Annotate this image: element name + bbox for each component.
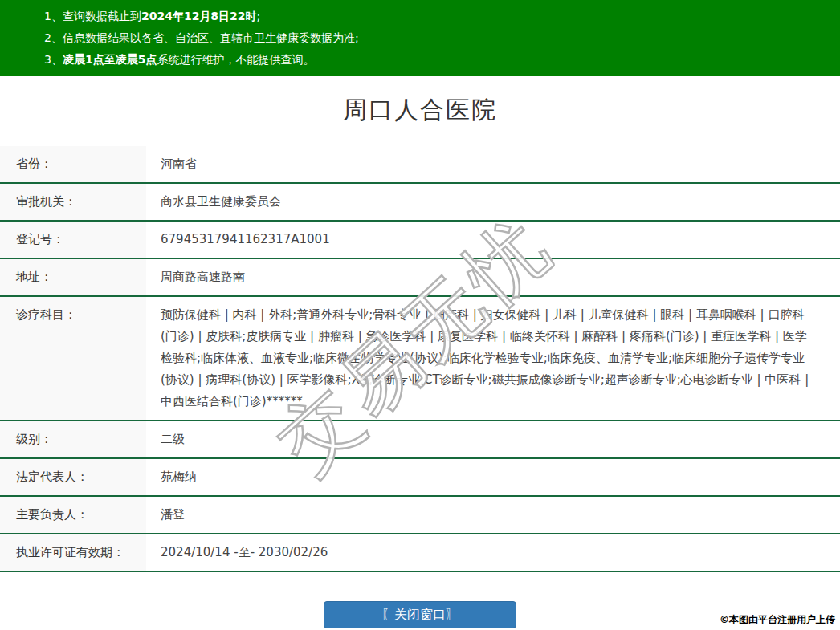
notice-text: 系统进行维护，不能提供查询。 [157,53,314,66]
notice-text: 查询数据截止到 [63,10,141,22]
notice-text: ; [257,10,261,22]
credit-note: ©本图由平台注册用户上传 [720,613,835,627]
field-value: 预防保健科 | 内科 | 外科;普通外科专业;骨科专业 | 妇产科 | 妇女保健… [146,297,840,420]
notice-banner: 1、查询数据截止到2024年12月8日22时;2、信息数据结果以各省、自治区、直… [0,0,840,76]
field-value: 67945317941162317A1001 [146,222,840,258]
table-row: 执业许可证有效期：2024/10/14 -至- 2030/02/26 [0,534,840,572]
field-value: 苑梅纳 [146,459,840,495]
field-value: 周商路高速路南 [146,259,840,295]
notice-line: 3、凌晨1点至凌晨5点系统进行维护，不能提供查询。 [44,49,824,71]
field-label: 主要负责人： [0,497,146,533]
close-window-button[interactable]: 〖关闭窗口〗 [324,601,516,628]
table-row: 登记号：67945317941162317A1001 [0,222,840,259]
notice-list: 1、查询数据截止到2024年12月8日22时;2、信息数据结果以各省、自治区、直… [44,6,824,71]
field-label: 法定代表人： [0,459,146,495]
field-label: 省份： [0,146,146,182]
field-value: 河南省 [146,146,840,182]
table-row: 主要负责人：潘登 [0,497,840,534]
page-title: 周口人合医院 [0,94,840,127]
notice-text: 2024年12月8日22时 [141,10,257,22]
notice-text: 信息数据结果以各省、自治区、直辖市卫生健康委数据为准; [63,31,359,44]
notice-number: 2、 [44,31,63,44]
notice-number: 1、 [44,10,63,22]
table-row: 审批机关：商水县卫生健康委员会 [0,184,840,222]
table-row: 地址：周商路高速路南 [0,259,840,297]
field-value: 2024/10/14 -至- 2030/02/26 [146,534,840,571]
info-table: 省份：河南省审批机关：商水县卫生健康委员会登记号：679453179411623… [0,146,840,572]
field-label: 执业许可证有效期： [0,534,146,571]
button-bar: 〖关闭窗口〗 [0,601,840,628]
field-label: 级别： [0,421,146,457]
field-value: 潘登 [146,497,840,533]
field-label: 审批机关： [0,184,146,220]
table-row: 法定代表人：苑梅纳 [0,459,840,497]
table-row: 级别：二级 [0,421,840,459]
field-label: 登记号： [0,222,146,258]
table-row: 诊疗科目：预防保健科 | 内科 | 外科;普通外科专业;骨科专业 | 妇产科 |… [0,297,840,421]
notice-text: 凌晨1点至凌晨5点 [63,53,157,66]
field-value: 商水县卫生健康委员会 [146,184,840,220]
field-value: 二级 [146,421,840,457]
field-label: 地址： [0,259,146,295]
table-row: 省份：河南省 [0,146,840,184]
field-label: 诊疗科目： [0,297,146,420]
notice-line: 1、查询数据截止到2024年12月8日22时; [44,6,824,27]
notice-line: 2、信息数据结果以各省、自治区、直辖市卫生健康委数据为准; [44,27,824,49]
notice-number: 3、 [44,53,63,66]
